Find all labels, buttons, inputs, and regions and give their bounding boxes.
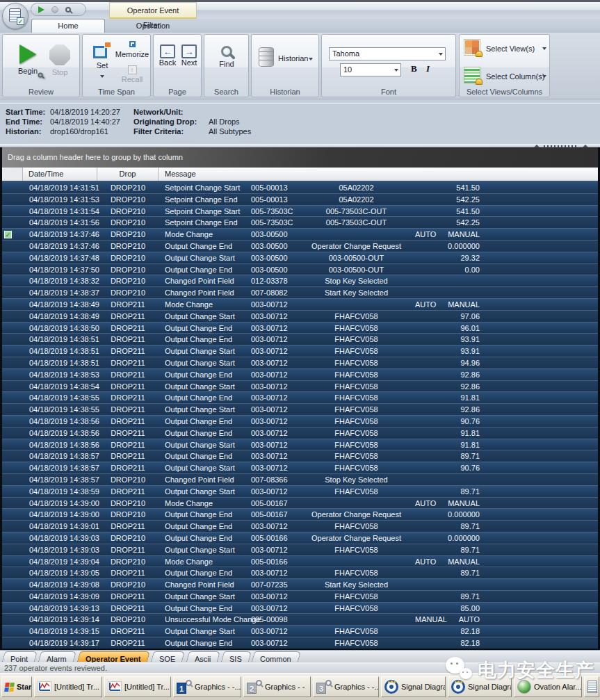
taskbar-item-graphics[interactable]: 3Graphics - -... xyxy=(313,676,379,697)
table-row[interactable]: 04/18/2019 14:31:54DROP210Setpoint Chang… xyxy=(2,205,598,217)
taskbar-item-list[interactable] xyxy=(584,676,599,697)
select-views-button[interactable]: Select View(s) xyxy=(464,39,546,63)
back-button[interactable]: ← Back xyxy=(157,44,178,86)
bold-button[interactable]: B xyxy=(411,63,417,74)
table-row[interactable]: 04/18/2019 14:38:57DROP211Output Change … xyxy=(2,462,598,473)
description-cell: 05A02202 xyxy=(299,194,414,205)
table-row[interactable]: 04/18/2019 14:39:04DROP210Mode Change005… xyxy=(2,555,598,567)
table-row[interactable]: 04/18/2019 14:39:14DROP210Unsuccessful M… xyxy=(2,613,598,625)
table-row[interactable]: 04/18/2019 14:38:51DROP211Output Change … xyxy=(2,333,598,345)
value1-cell: MANUAL xyxy=(414,614,445,625)
group-label-historian: Historian xyxy=(252,88,318,96)
table-row[interactable]: 04/18/2019 14:38:59DROP211Output Change … xyxy=(2,485,598,497)
table-row[interactable]: 04/18/2019 14:39:09DROP211Output Change … xyxy=(2,590,598,602)
table-row[interactable]: 04/18/2019 14:37:46DROP210Output Change … xyxy=(2,240,598,252)
ribbon-tab-row: Home Filter xyxy=(0,19,600,33)
app-menu-button[interactable]: ✓ xyxy=(2,3,29,29)
table-row[interactable]: 04/18/2019 14:31:53DROP210Setpoint Chang… xyxy=(2,193,598,205)
column-header-datetime[interactable]: Date/Time xyxy=(23,168,97,181)
taskbar-item-graphics[interactable]: 2Graphics - - xyxy=(243,676,311,697)
table-row[interactable]: 04/18/2019 14:39:13DROP211Output Change … xyxy=(2,602,598,614)
next-button[interactable]: → Next xyxy=(179,44,200,86)
table-row[interactable]: 04/18/2019 14:39:05DROP211Output Change … xyxy=(2,567,598,578)
bottom-tab-alarm[interactable]: Alarm xyxy=(38,651,76,662)
tab-home[interactable]: Home xyxy=(31,19,105,33)
table-row[interactable]: 04/18/2019 14:38:49DROP211Output Change … xyxy=(2,310,598,322)
chevron-down-icon[interactable] xyxy=(309,58,313,60)
table-row[interactable]: 04/18/2019 14:38:57DROP210Changed Point … xyxy=(2,473,598,485)
reviewed-check-icon xyxy=(4,231,12,238)
recall-button[interactable]: ↑ Recall xyxy=(113,63,151,83)
stop-quick-icon[interactable] xyxy=(51,6,58,13)
font-size-select[interactable]: 10 xyxy=(340,63,401,76)
table-row[interactable]: 04/18/2019 14:39:03DROP210Output Change … xyxy=(2,532,598,544)
table-row[interactable]: 04/18/2019 14:38:56DROP211Output Change … xyxy=(2,439,598,450)
taskbar-item-graphics[interactable]: 1Graphics - -... xyxy=(173,676,241,697)
point-cell: 003-00712 xyxy=(247,462,299,473)
table-row[interactable]: 04/18/2019 14:38:37DROP210Changed Point … xyxy=(2,286,598,298)
table-row[interactable]: 04/18/2019 14:39:15DROP211Output Change … xyxy=(2,625,598,637)
select-columns-button[interactable]: Select Column(s) xyxy=(464,67,546,90)
table-row[interactable]: 04/18/2019 14:38:49DROP211Mode Change003… xyxy=(2,298,598,310)
ovation-globe-icon xyxy=(517,680,531,694)
stop-button[interactable]: Stop xyxy=(44,40,75,86)
italic-button[interactable]: I xyxy=(426,63,430,74)
table-row[interactable]: 04/18/2019 14:38:56DROP211Output Change … xyxy=(2,427,598,439)
point-cell: 007-07235 xyxy=(247,579,299,590)
table-row[interactable]: 04/18/2019 14:37:48DROP210Output Change … xyxy=(2,252,598,263)
table-row[interactable]: 04/18/2019 14:38:53DROP211Output Change … xyxy=(2,368,598,380)
table-row[interactable]: 04/18/2019 14:31:51DROP210Setpoint Chang… xyxy=(2,181,598,193)
table-row[interactable]: 04/18/2019 14:37:50DROP210Output Change … xyxy=(2,263,598,275)
table-row[interactable]: 04/18/2019 14:39:00DROP210Output Change … xyxy=(2,508,598,520)
table-row[interactable]: 04/18/2019 14:39:00DROP210Mode Change005… xyxy=(2,497,598,509)
table-row[interactable]: 04/18/2019 14:38:56DROP211Output Change … xyxy=(2,415,598,427)
table-row[interactable]: 04/18/2019 14:37:46DROP210Mode Change003… xyxy=(2,228,598,240)
taskbar-item-signal-diagra[interactable]: Signal Diagra... xyxy=(448,676,512,697)
table-row[interactable]: 04/18/2019 14:38:51DROP211Output Change … xyxy=(2,345,598,357)
table-row[interactable]: 04/18/2019 14:38:32DROP210Changed Point … xyxy=(2,275,598,286)
bottom-tab-common[interactable]: Common xyxy=(252,651,301,662)
begin-quick-icon[interactable] xyxy=(38,6,44,13)
bottom-tab-operator-event[interactable]: Operator Event xyxy=(77,651,151,662)
row-indicator-cell xyxy=(2,544,23,555)
taskbar-item-untitled-tr[interactable]: [Untitled] Tr... xyxy=(34,676,102,697)
historian-button[interactable]: Historian xyxy=(278,54,308,63)
table-row[interactable]: 04/18/2019 14:39:17DROP211Output Change … xyxy=(2,637,598,649)
begin-button[interactable]: Begin xyxy=(13,40,43,86)
value2-cell: 97.06 xyxy=(445,311,480,322)
bottom-tab-ascii[interactable]: Ascii xyxy=(186,651,220,662)
taskbar-item-signal-diagra[interactable]: Signal Diagra... xyxy=(381,676,446,697)
originating-drop-label: Originating Drop: xyxy=(133,117,197,127)
message-cell: Output Change End xyxy=(159,241,247,252)
group-by-band[interactable]: Drag a column header here to group by th… xyxy=(2,147,598,168)
font-family-select[interactable]: Tahoma xyxy=(329,47,446,60)
point-cell: 003-00712 xyxy=(247,521,299,532)
bottom-tab-sis[interactable]: SIS xyxy=(221,651,252,662)
table-row[interactable]: 04/18/2019 14:31:56DROP210Setpoint Chang… xyxy=(2,216,598,228)
value2-cell: 89.71 xyxy=(445,450,480,462)
bottom-tab-soe[interactable]: SOE xyxy=(151,651,186,662)
table-row[interactable]: 04/18/2019 14:39:01DROP211Output Change … xyxy=(2,520,598,532)
find-button[interactable]: Find xyxy=(213,43,241,86)
bottom-tab-point[interactable]: Point xyxy=(2,651,38,662)
indicator-column-header[interactable] xyxy=(2,168,23,181)
table-row[interactable]: 04/18/2019 14:39:03DROP211Output Change … xyxy=(2,544,598,555)
taskbar-item-ovation-alar[interactable]: Ovation Alar... xyxy=(514,676,582,697)
table-row[interactable]: 04/18/2019 14:38:55DROP211Output Change … xyxy=(2,403,598,415)
column-header-message[interactable]: Message xyxy=(159,168,247,181)
table-row[interactable]: 04/18/2019 14:38:50DROP211Output Change … xyxy=(2,322,598,334)
table-row[interactable]: 04/18/2019 14:38:51DROP211Output Change … xyxy=(2,357,598,368)
description-cell: 005-73503C-OUT xyxy=(299,206,414,217)
drop-cell: DROP210 xyxy=(97,206,159,217)
column-header-drop[interactable]: Drop xyxy=(97,168,159,181)
table-row[interactable]: 04/18/2019 14:39:08DROP210Changed Point … xyxy=(2,578,598,590)
taskbar-item-untitled-tr[interactable]: [Untitled] Tr... xyxy=(104,676,171,697)
table-row[interactable]: 04/18/2019 14:38:55DROP211Output Change … xyxy=(2,391,598,403)
set-button[interactable]: Set xyxy=(88,40,116,93)
table-row[interactable]: 04/18/2019 14:38:54DROP211Output Change … xyxy=(2,380,598,392)
table-row[interactable]: 04/18/2019 14:38:57DROP211Output Change … xyxy=(2,450,598,462)
description-cell: FHAFCV058 xyxy=(299,591,414,602)
search-quick-icon[interactable] xyxy=(65,7,71,13)
start-button[interactable]: Start xyxy=(1,676,32,697)
memorize-button[interactable]: Memorize xyxy=(113,38,151,58)
